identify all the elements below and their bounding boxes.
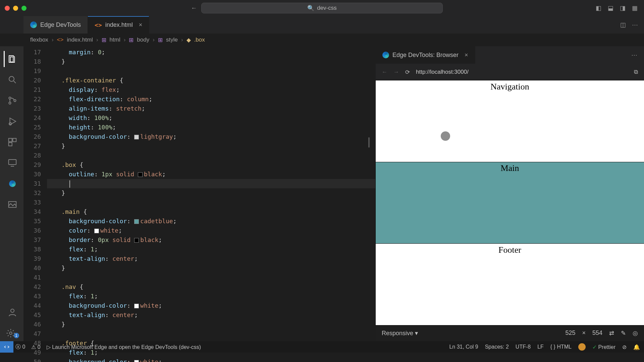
footer-label: Footer xyxy=(498,245,521,255)
viewport-height[interactable]: 554 xyxy=(592,329,602,337)
code-content[interactable]: margin: 0; } .flex-container { display: … xyxy=(47,46,376,341)
more-actions-icon[interactable]: ⋯ xyxy=(631,51,644,59)
browser-toolbar: ← → ⟳ http://localhost:3000/ ⧉ xyxy=(376,64,644,80)
preview-footer: Footer xyxy=(376,244,644,325)
command-center[interactable]: 🔍 dev-css xyxy=(201,3,443,13)
device-toolbar: Responsive ▾ 525 × 554 ⇄ ✎ ◎ xyxy=(376,325,644,341)
prettier-status[interactable]: ✓ Prettier xyxy=(592,344,615,350)
screencast-icon[interactable]: ✎ xyxy=(621,329,626,337)
tab-index-html[interactable]: <> index.html × xyxy=(88,16,149,34)
account-icon[interactable] xyxy=(4,304,20,320)
bc-folder[interactable]: flexbox xyxy=(30,37,48,43)
project-name: dev-css xyxy=(317,5,337,11)
html-file-icon: <> xyxy=(95,21,102,28)
language-mode[interactable]: { } HTML xyxy=(550,344,572,350)
dimension-separator: × xyxy=(582,329,586,337)
breadcrumb[interactable]: flexbox › <> index.html › ⊞ html › ⊞ bod… xyxy=(0,34,644,46)
svg-point-10 xyxy=(11,309,14,312)
page-preview: Navigation Main Footer xyxy=(376,80,644,325)
svg-rect-7 xyxy=(8,142,12,146)
browser-reload-icon[interactable]: ⟳ xyxy=(405,69,410,76)
tab-actions: ◫ ⋯ xyxy=(620,21,644,28)
bc-box[interactable]: .box xyxy=(194,37,205,43)
bracket-icon: ⊞ xyxy=(129,37,133,44)
close-window-icon[interactable] xyxy=(5,6,10,11)
indent-setting[interactable]: Spaces: 2 xyxy=(485,344,509,350)
selector-icon: ◆ xyxy=(186,37,191,44)
tab-label: index.html xyxy=(105,21,133,28)
rotate-icon[interactable]: ⇄ xyxy=(609,329,614,337)
edge-icon xyxy=(30,21,37,28)
browser-pane: Edge DevTools: Browser × ⋯ ← → ⟳ http://… xyxy=(376,46,644,341)
image-preview-icon[interactable] xyxy=(4,196,20,213)
svg-point-1 xyxy=(9,97,11,99)
remote-explorer-icon[interactable] xyxy=(4,155,20,171)
back-icon[interactable]: ← xyxy=(191,5,197,12)
nav-label: Navigation xyxy=(490,82,529,92)
source-control-icon[interactable] xyxy=(4,93,20,109)
bracket-icon: ⊞ xyxy=(158,37,163,44)
run-debug-icon[interactable] xyxy=(4,113,20,129)
warnings-icon[interactable]: ⚠ 0 xyxy=(31,344,40,350)
cursor-position[interactable]: Ln 31, Col 9 xyxy=(449,344,478,350)
settings-gear-icon[interactable]: 1 xyxy=(4,325,20,341)
main-label: Main xyxy=(501,163,519,173)
more-actions-icon[interactable]: ⋯ xyxy=(632,21,638,28)
tab-edge-devtools[interactable]: Edge DevTools xyxy=(23,16,88,34)
svg-rect-6 xyxy=(13,138,16,142)
line-gutter: 1718192021222324252627282930313233343536… xyxy=(23,46,47,341)
eol[interactable]: LF xyxy=(537,344,544,350)
code-editor[interactable]: 1718192021222324252627282930313233343536… xyxy=(23,46,376,341)
tab-label: Edge DevTools xyxy=(40,21,81,28)
editor-tabs: Edge DevTools <> index.html × ◫ ⋯ xyxy=(0,16,644,34)
layout-controls: ◧ ⬓ ◨ ▦ xyxy=(596,4,639,12)
toggle-panel-left-icon[interactable]: ◧ xyxy=(596,4,603,12)
window-controls xyxy=(5,6,26,11)
copilot-icon[interactable] xyxy=(578,343,586,351)
zoom-window-icon[interactable] xyxy=(21,6,26,11)
feedback-icon[interactable]: ⊘ xyxy=(622,344,627,350)
customize-layout-icon[interactable]: ▦ xyxy=(632,4,639,12)
responsive-label: Responsive xyxy=(382,330,413,337)
svg-point-0 xyxy=(9,76,14,81)
minimize-window-icon[interactable] xyxy=(13,6,18,11)
toggle-panel-bottom-icon[interactable]: ⬓ xyxy=(608,4,615,12)
split-handle[interactable] xyxy=(368,137,372,147)
html-file-icon: <> xyxy=(57,37,64,43)
close-tab-icon[interactable]: × xyxy=(139,21,143,28)
edge-icon xyxy=(382,52,389,58)
browser-tabs: Edge DevTools: Browser × ⋯ xyxy=(376,46,644,64)
errors-icon[interactable]: ⓧ 0 xyxy=(15,344,25,351)
title-bar: ← → 🔍 dev-css ◧ ⬓ ◨ ▦ xyxy=(0,0,644,16)
cursor-dot-icon xyxy=(441,131,450,141)
toggle-panel-right-icon[interactable]: ◨ xyxy=(620,4,627,12)
notifications-icon[interactable]: 🔔 xyxy=(633,344,640,350)
responsive-dropdown[interactable]: Responsive ▾ xyxy=(382,329,418,337)
bc-html[interactable]: html xyxy=(110,37,120,43)
remote-indicator[interactable] xyxy=(0,341,13,353)
bc-style[interactable]: style xyxy=(166,37,178,43)
browser-back-icon[interactable]: ← xyxy=(382,69,387,75)
settings-badge: 1 xyxy=(14,333,19,338)
encoding[interactable]: UTF-8 xyxy=(516,344,531,350)
bc-body[interactable]: body xyxy=(137,37,149,43)
search-icon[interactable] xyxy=(4,72,20,88)
svg-rect-5 xyxy=(8,138,12,142)
split-editor-icon[interactable]: ◫ xyxy=(620,21,626,28)
viewport-width[interactable]: 525 xyxy=(565,329,575,337)
open-devtools-icon[interactable]: ⧉ xyxy=(634,69,638,75)
explorer-icon[interactable] xyxy=(4,51,20,67)
edge-tools-icon[interactable] xyxy=(4,176,20,192)
warning-count: 0 xyxy=(38,344,41,350)
tab-devtools-browser[interactable]: Edge DevTools: Browser × xyxy=(376,46,475,64)
url-field[interactable]: http://localhost:3000/ xyxy=(416,69,469,75)
preview-main: Main xyxy=(376,162,644,243)
extensions-icon[interactable] xyxy=(4,134,20,150)
close-tab-icon[interactable]: × xyxy=(465,52,468,59)
emulate-touch-icon[interactable]: ◎ xyxy=(633,329,638,337)
search-icon: 🔍 xyxy=(307,5,314,12)
bc-file[interactable]: index.html xyxy=(67,37,93,43)
browser-forward-icon[interactable]: → xyxy=(393,69,399,75)
bracket-icon: ⊞ xyxy=(102,37,106,44)
tab-label: Edge DevTools: Browser xyxy=(392,52,459,59)
